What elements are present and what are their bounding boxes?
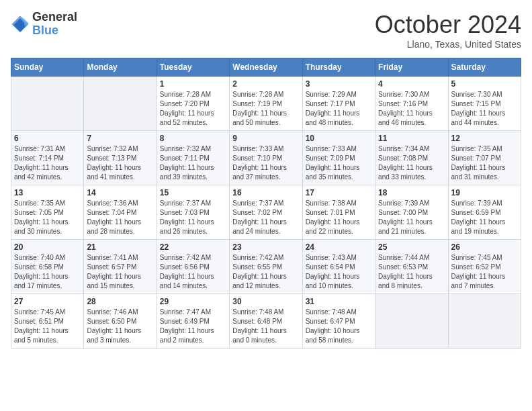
calendar-cell: 9Sunrise: 7:33 AMSunset: 7:10 PMDaylight… — [230, 131, 302, 185]
day-number: 5 — [451, 79, 518, 89]
weekday-header: Tuesday — [157, 58, 229, 77]
day-number: 26 — [451, 242, 518, 252]
calendar-week-row: 20Sunrise: 7:40 AMSunset: 6:58 PMDayligh… — [11, 240, 521, 294]
cell-info: Sunrise: 7:40 AMSunset: 6:58 PMDaylight:… — [14, 253, 81, 291]
day-number: 25 — [378, 242, 445, 252]
logo-icon — [11, 15, 30, 34]
day-number: 6 — [14, 134, 81, 143]
day-number: 29 — [160, 297, 226, 306]
calendar-cell: 25Sunrise: 7:44 AMSunset: 6:53 PMDayligh… — [375, 240, 448, 294]
calendar-cell: 23Sunrise: 7:42 AMSunset: 6:55 PMDayligh… — [230, 240, 302, 294]
weekday-header: Friday — [375, 58, 448, 77]
cell-info: Sunrise: 7:28 AMSunset: 7:19 PMDaylight:… — [232, 90, 299, 128]
calendar-cell — [448, 294, 521, 349]
cell-info: Sunrise: 7:31 AMSunset: 7:14 PMDaylight:… — [14, 144, 81, 182]
calendar-cell: 1Sunrise: 7:28 AMSunset: 7:20 PMDaylight… — [157, 77, 229, 131]
day-number: 1 — [160, 79, 226, 89]
cell-info: Sunrise: 7:45 AMSunset: 6:51 PMDaylight:… — [14, 308, 81, 345]
logo-text: General Blue — [32, 11, 77, 38]
day-number: 21 — [87, 242, 153, 252]
day-number: 19 — [451, 188, 518, 197]
cell-info: Sunrise: 7:46 AMSunset: 6:50 PMDaylight:… — [87, 308, 153, 345]
calendar-cell: 20Sunrise: 7:40 AMSunset: 6:58 PMDayligh… — [11, 240, 84, 294]
cell-info: Sunrise: 7:36 AMSunset: 7:04 PMDaylight:… — [87, 199, 153, 236]
cell-info: Sunrise: 7:33 AMSunset: 7:10 PMDaylight:… — [232, 144, 299, 182]
cell-info: Sunrise: 7:42 AMSunset: 6:55 PMDaylight:… — [232, 253, 299, 291]
cell-info: Sunrise: 7:48 AMSunset: 6:48 PMDaylight:… — [232, 308, 299, 345]
location: Llano, Texas, United States — [375, 39, 521, 50]
cell-info: Sunrise: 7:30 AMSunset: 7:16 PMDaylight:… — [378, 90, 445, 128]
calendar-cell: 26Sunrise: 7:45 AMSunset: 6:52 PMDayligh… — [448, 240, 521, 294]
day-number: 24 — [306, 242, 372, 252]
cell-info: Sunrise: 7:42 AMSunset: 6:56 PMDaylight:… — [160, 253, 226, 291]
calendar-cell: 15Sunrise: 7:37 AMSunset: 7:03 PMDayligh… — [157, 185, 229, 240]
day-number: 14 — [87, 188, 153, 197]
day-number: 17 — [306, 188, 372, 197]
weekday-header: Saturday — [448, 58, 521, 77]
day-number: 2 — [232, 79, 299, 89]
calendar-cell — [11, 77, 84, 131]
cell-info: Sunrise: 7:45 AMSunset: 6:52 PMDaylight:… — [451, 253, 518, 291]
cell-info: Sunrise: 7:29 AMSunset: 7:17 PMDaylight:… — [306, 90, 372, 128]
calendar-table: SundayMondayTuesdayWednesdayThursdayFrid… — [11, 58, 521, 349]
day-number: 20 — [14, 242, 81, 252]
calendar-cell: 19Sunrise: 7:39 AMSunset: 6:59 PMDayligh… — [448, 185, 521, 240]
cell-info: Sunrise: 7:34 AMSunset: 7:08 PMDaylight:… — [378, 144, 445, 182]
day-number: 16 — [232, 188, 299, 197]
calendar-cell: 11Sunrise: 7:34 AMSunset: 7:08 PMDayligh… — [375, 131, 448, 185]
day-number: 10 — [306, 134, 372, 143]
day-number: 8 — [160, 134, 226, 143]
cell-info: Sunrise: 7:48 AMSunset: 6:47 PMDaylight:… — [306, 308, 372, 345]
day-number: 15 — [160, 188, 226, 197]
calendar-week-row: 27Sunrise: 7:45 AMSunset: 6:51 PMDayligh… — [11, 294, 521, 349]
month-title: October 2024 — [375, 11, 521, 39]
cell-info: Sunrise: 7:28 AMSunset: 7:20 PMDaylight:… — [160, 90, 226, 128]
cell-info: Sunrise: 7:44 AMSunset: 6:53 PMDaylight:… — [378, 253, 445, 291]
day-number: 4 — [378, 79, 445, 89]
day-number: 30 — [232, 297, 299, 306]
cell-info: Sunrise: 7:32 AMSunset: 7:11 PMDaylight:… — [160, 144, 226, 182]
day-number: 18 — [378, 188, 445, 197]
day-number: 12 — [451, 134, 518, 143]
cell-info: Sunrise: 7:33 AMSunset: 7:09 PMDaylight:… — [306, 144, 372, 182]
calendar-cell: 17Sunrise: 7:38 AMSunset: 7:01 PMDayligh… — [302, 185, 375, 240]
calendar-cell: 7Sunrise: 7:32 AMSunset: 7:13 PMDaylight… — [84, 131, 157, 185]
cell-info: Sunrise: 7:38 AMSunset: 7:01 PMDaylight:… — [306, 199, 372, 236]
day-number: 3 — [306, 79, 372, 89]
calendar-header: SundayMondayTuesdayWednesdayThursdayFrid… — [11, 58, 521, 77]
calendar-cell: 6Sunrise: 7:31 AMSunset: 7:14 PMDaylight… — [11, 131, 84, 185]
cell-info: Sunrise: 7:35 AMSunset: 7:05 PMDaylight:… — [14, 199, 81, 236]
weekday-header: Thursday — [302, 58, 375, 77]
day-number: 11 — [378, 134, 445, 143]
calendar-cell: 13Sunrise: 7:35 AMSunset: 7:05 PMDayligh… — [11, 185, 84, 240]
calendar-cell: 10Sunrise: 7:33 AMSunset: 7:09 PMDayligh… — [302, 131, 375, 185]
calendar-cell: 31Sunrise: 7:48 AMSunset: 6:47 PMDayligh… — [302, 294, 375, 349]
calendar-cell: 21Sunrise: 7:41 AMSunset: 6:57 PMDayligh… — [84, 240, 157, 294]
logo: General Blue — [11, 11, 77, 38]
cell-info: Sunrise: 7:30 AMSunset: 7:15 PMDaylight:… — [451, 90, 518, 128]
calendar-cell — [375, 294, 448, 349]
weekday-header: Monday — [84, 58, 157, 77]
calendar-cell: 8Sunrise: 7:32 AMSunset: 7:11 PMDaylight… — [157, 131, 229, 185]
calendar-cell: 28Sunrise: 7:46 AMSunset: 6:50 PMDayligh… — [84, 294, 157, 349]
calendar-cell: 16Sunrise: 7:37 AMSunset: 7:02 PMDayligh… — [230, 185, 302, 240]
day-number: 23 — [232, 242, 299, 252]
calendar-cell: 30Sunrise: 7:48 AMSunset: 6:48 PMDayligh… — [230, 294, 302, 349]
calendar-cell — [84, 77, 157, 131]
calendar-week-row: 13Sunrise: 7:35 AMSunset: 7:05 PMDayligh… — [11, 185, 521, 240]
cell-info: Sunrise: 7:32 AMSunset: 7:13 PMDaylight:… — [87, 144, 153, 182]
calendar-cell: 2Sunrise: 7:28 AMSunset: 7:19 PMDaylight… — [230, 77, 302, 131]
calendar-cell: 29Sunrise: 7:47 AMSunset: 6:49 PMDayligh… — [157, 294, 229, 349]
calendar-week-row: 6Sunrise: 7:31 AMSunset: 7:14 PMDaylight… — [11, 131, 521, 185]
calendar-cell: 3Sunrise: 7:29 AMSunset: 7:17 PMDaylight… — [302, 77, 375, 131]
calendar-cell: 27Sunrise: 7:45 AMSunset: 6:51 PMDayligh… — [11, 294, 84, 349]
cell-info: Sunrise: 7:41 AMSunset: 6:57 PMDaylight:… — [87, 253, 153, 291]
calendar-cell: 4Sunrise: 7:30 AMSunset: 7:16 PMDaylight… — [375, 77, 448, 131]
cell-info: Sunrise: 7:37 AMSunset: 7:03 PMDaylight:… — [160, 199, 226, 236]
calendar-cell: 12Sunrise: 7:35 AMSunset: 7:07 PMDayligh… — [448, 131, 521, 185]
title-block: October 2024 Llano, Texas, United States — [375, 11, 521, 50]
day-number: 27 — [14, 297, 81, 306]
page-header: General Blue October 2024 Llano, Texas, … — [11, 11, 521, 50]
calendar-cell: 24Sunrise: 7:43 AMSunset: 6:54 PMDayligh… — [302, 240, 375, 294]
cell-info: Sunrise: 7:35 AMSunset: 7:07 PMDaylight:… — [451, 144, 518, 182]
